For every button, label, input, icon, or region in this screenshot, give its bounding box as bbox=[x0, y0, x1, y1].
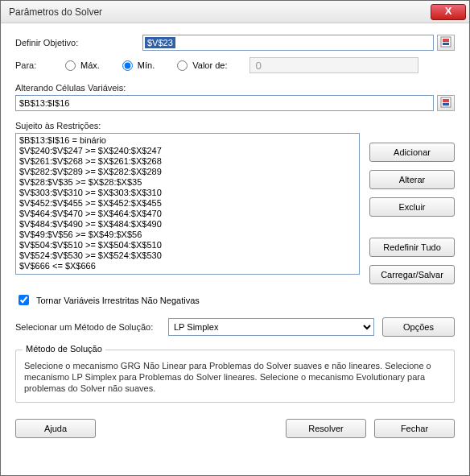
radio-max-label: Máx. bbox=[80, 60, 100, 70]
change-button[interactable]: Alterar bbox=[369, 170, 455, 189]
help-button[interactable]: Ajuda bbox=[15, 419, 96, 438]
constraint-item[interactable]: $V$240:$V$247 >= $X$240:$X$247 bbox=[19, 146, 356, 156]
varcells-input[interactable] bbox=[15, 95, 434, 111]
radio-max-input[interactable] bbox=[65, 60, 76, 71]
constraint-item[interactable]: $V$484:$V$490 >= $X$484:$X$490 bbox=[19, 219, 356, 230]
radio-min-input[interactable] bbox=[122, 60, 133, 71]
svg-rect-2 bbox=[443, 43, 449, 45]
constraint-item[interactable]: $V$464:$V$470 >= $X$464:$X$470 bbox=[19, 209, 356, 219]
svg-rect-4 bbox=[443, 99, 449, 102]
target-label: Para: bbox=[15, 60, 56, 70]
radio-valueof-input[interactable] bbox=[177, 60, 188, 71]
nonneg-row: Tornar Variáveis Irrestritas Não Negativ… bbox=[15, 292, 455, 308]
solve-button[interactable]: Resolver bbox=[286, 419, 366, 438]
nonneg-label: Tornar Variáveis Irrestritas Não Negativ… bbox=[36, 296, 200, 305]
footer: Ajuda Resolver Fechar bbox=[15, 409, 455, 438]
constraint-item[interactable]: $V$504:$V$510 >= $X$504:$X$510 bbox=[19, 240, 356, 250]
radio-min[interactable]: Mín. bbox=[122, 60, 155, 71]
close-dialog-button[interactable]: Fechar bbox=[374, 419, 455, 438]
objective-input[interactable]: $V$23 bbox=[142, 35, 434, 51]
constraint-item[interactable]: $V$282:$V$289 >= $X$282:$X$289 bbox=[19, 167, 356, 177]
groupbox-legend: Método de Solução bbox=[23, 344, 105, 354]
add-button[interactable]: Adicionar bbox=[369, 143, 455, 162]
constraint-item[interactable]: $V$452:$V$455 >= $X$452:$X$455 bbox=[19, 198, 356, 209]
varcells-section: Alterando Células Variáveis: bbox=[15, 83, 455, 111]
svg-rect-1 bbox=[443, 39, 449, 42]
objective-label: Definir Objetivo: bbox=[15, 38, 136, 48]
constraints-label: Sujeito às Restrições: bbox=[15, 121, 455, 130]
constraint-item[interactable]: $V$524:$V$530 >= $X$524:$X$530 bbox=[19, 250, 356, 261]
constraint-item[interactable]: $V$666 <= $X$666 bbox=[19, 261, 356, 271]
constraints-section: Sujeito às Restrições: $B$13:$I$16 = bin… bbox=[15, 121, 455, 284]
svg-rect-5 bbox=[443, 103, 449, 106]
radio-valueof[interactable]: Valor de: bbox=[177, 60, 227, 71]
close-button[interactable]: X bbox=[431, 4, 466, 20]
solver-dialog: Parâmetros do Solver X Definir Objetivo:… bbox=[0, 0, 470, 476]
objective-ref-button[interactable] bbox=[437, 35, 455, 51]
varcells-label: Alterando Células Variáveis: bbox=[15, 83, 455, 93]
varcells-ref-button[interactable] bbox=[437, 95, 455, 111]
radio-valueof-label: Valor de: bbox=[192, 60, 227, 70]
loadsave-button[interactable]: Carregar/Salvar bbox=[369, 265, 455, 284]
constraints-buttons: Adicionar Alterar Excluir Redefinir Tudo… bbox=[369, 133, 455, 284]
collapse-ref-icon bbox=[440, 36, 451, 49]
options-button[interactable]: Opções bbox=[382, 317, 455, 337]
nonneg-checkbox[interactable] bbox=[19, 295, 29, 305]
delete-button[interactable]: Excluir bbox=[369, 197, 455, 217]
close-icon: X bbox=[445, 5, 452, 17]
constraint-item[interactable]: $V$261:$V$268 >= $X$261:$X$268 bbox=[19, 156, 356, 167]
objective-row: Definir Objetivo: $V$23 bbox=[15, 35, 455, 51]
radio-min-label: Mín. bbox=[138, 60, 155, 70]
method-label: Selecionar um Método de Solução: bbox=[15, 322, 160, 332]
constraints-listbox[interactable]: $B$13:$I$16 = binário$V$240:$V$247 >= $X… bbox=[15, 133, 360, 275]
constraint-item[interactable]: $V$28:$V$35 >= $X$28:$X$35 bbox=[19, 177, 356, 188]
reset-button[interactable]: Redefinir Tudo bbox=[369, 238, 455, 257]
constraint-item[interactable]: $B$13:$I$16 = binário bbox=[19, 135, 356, 146]
window-title: Parâmetros do Solver bbox=[9, 6, 431, 18]
titlebar: Parâmetros do Solver X bbox=[1, 1, 469, 23]
dialog-body: Definir Objetivo: $V$23 Para: Máx. bbox=[1, 23, 469, 475]
method-groupbox: Método de Solução Selecione o mecanismo … bbox=[15, 350, 455, 403]
radio-max[interactable]: Máx. bbox=[65, 60, 100, 71]
objective-value: $V$23 bbox=[145, 37, 175, 48]
valueof-input[interactable] bbox=[249, 57, 418, 73]
method-row: Selecionar um Método de Solução: LP Simp… bbox=[15, 317, 455, 337]
collapse-ref-icon bbox=[440, 97, 451, 110]
method-select[interactable]: LP Simplex bbox=[168, 318, 374, 336]
target-row: Para: Máx. Mín. Valor de: bbox=[15, 57, 455, 73]
constraint-item[interactable]: $V$49:$V$56 >= $X$49:$X$56 bbox=[19, 230, 356, 240]
constraint-item[interactable]: $V$303:$V$310 >= $X$303:$X$310 bbox=[19, 188, 356, 198]
groupbox-text: Selecione o mecanismo GRG Não Linear par… bbox=[24, 360, 446, 394]
